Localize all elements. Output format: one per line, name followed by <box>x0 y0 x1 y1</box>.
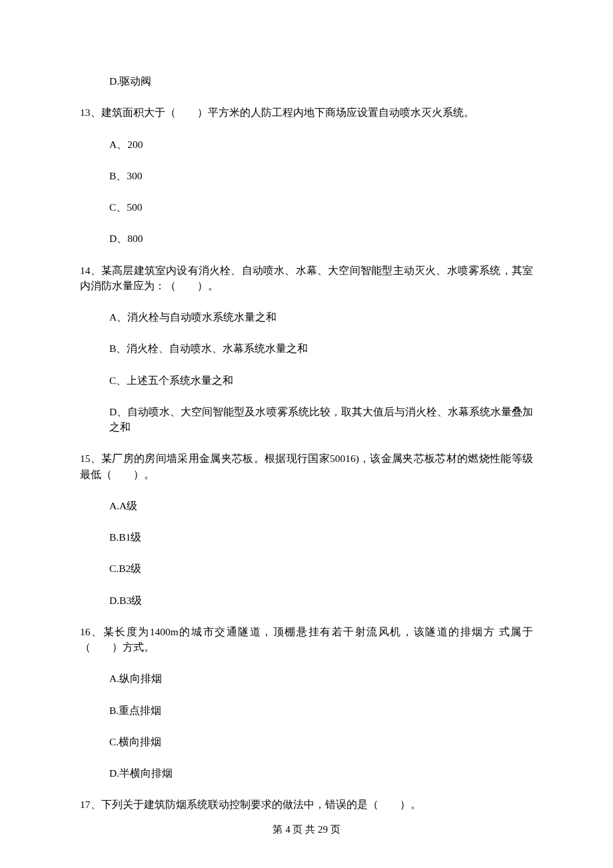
question-14-option-a: A、消火栓与自动喷水系统水量之和 <box>80 309 533 325</box>
page-content: D.驱动阀 13、建筑面积大于（ ）平方米的人防工程内地下商场应设置自动喷水灭火… <box>0 0 613 813</box>
question-14-option-b: B、消火栓、自动喷水、水幕系统水量之和 <box>80 341 533 356</box>
question-17-stem: 17、下列关于建筑防烟系统联动控制要求的做法中，错误的是（ ）。 <box>80 797 533 812</box>
question-13-option-a: A、200 <box>80 137 533 152</box>
question-14-option-c: C、上述五个系统水量之和 <box>80 373 533 388</box>
question-13-option-d: D、800 <box>80 231 533 246</box>
question-16-option-b: B.重点排烟 <box>80 703 533 718</box>
page-footer: 第 4 页 共 29 页 <box>0 823 613 836</box>
question-15-option-a: A.A级 <box>80 498 533 513</box>
question-14-stem: 14、某高层建筑室内设有消火栓、自动喷水、水幕、大空间智能型主动灭火、水喷雾系统… <box>80 263 533 294</box>
question-15-option-c: C.B2级 <box>80 561 533 576</box>
question-16-option-d: D.半横向排烟 <box>80 765 533 781</box>
question-13-option-c: C、500 <box>80 199 533 215</box>
question-13-stem: 13、建筑面积大于（ ）平方米的人防工程内地下商场应设置自动喷水灭火系统。 <box>80 105 533 120</box>
question-16-option-a: A.纵向排烟 <box>80 671 533 686</box>
question-13-option-b: B、300 <box>80 168 533 183</box>
question-15-stem: 15、某厂房的房间墙采用金属夹芯板。根据现行国家50016)，该金属夹芯板芯材的… <box>80 451 533 482</box>
question-15-option-b: B.B1级 <box>80 529 533 545</box>
question-15-option-d: D.B3级 <box>80 593 533 608</box>
prev-question-option-d: D.驱动阀 <box>80 73 533 89</box>
question-16-stem: 16、某长度为1400m的城市交通隧道，顶棚悬挂有若干射流风机，该隧道的排烟方 … <box>80 624 533 655</box>
question-16-option-c: C.横向排烟 <box>80 734 533 749</box>
question-14-option-d: D、自动喷水、大空间智能型及水喷雾系统比较，取其大值后与消火栓、水幕系统水量叠加… <box>80 404 533 435</box>
